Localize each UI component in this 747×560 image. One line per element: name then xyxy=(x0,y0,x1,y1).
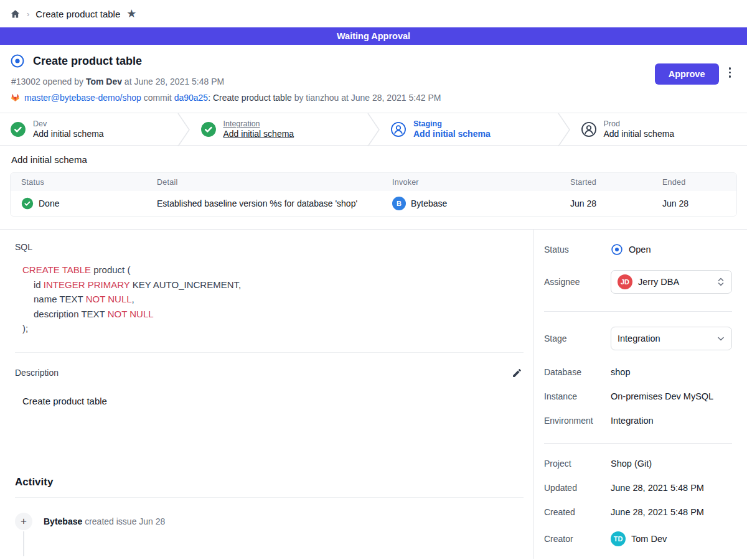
task-row[interactable]: Done Established baseline version %s for… xyxy=(11,191,736,216)
sidebar-row-database: Database shop xyxy=(544,367,732,377)
project-value: Shop (Git) xyxy=(611,459,652,469)
database-value: shop xyxy=(611,367,630,377)
stage-task-label: Add initial schema xyxy=(413,129,491,139)
stage-label: Stage xyxy=(544,334,611,343)
created-label: Created xyxy=(544,507,611,517)
stage-separator xyxy=(367,113,380,146)
issue-sidebar: Status Open Assignee JD Jerry DBA Stage xyxy=(533,230,747,559)
chevron-right-icon: › xyxy=(27,9,29,19)
avatar: TD xyxy=(611,531,626,546)
sidebar-row-project: Project Shop (Git) xyxy=(544,459,732,469)
vcs-commit-line: master@bytebase-demo/shop commit da90a25… xyxy=(10,92,441,103)
activity-actor: Bytebase xyxy=(44,516,82,526)
environment-value: Integration xyxy=(611,416,654,426)
check-circle-icon xyxy=(21,197,34,210)
column-invoker: Invoker xyxy=(382,178,560,187)
column-status: Status xyxy=(11,178,146,187)
sidebar-row-created: Created June 28, 2021 5:48 PM xyxy=(544,507,732,517)
plus-icon: + xyxy=(15,513,32,530)
avatar: JD xyxy=(618,274,632,289)
divider xyxy=(15,352,524,353)
activity-text: Bytebase created issue Jun 28 xyxy=(44,516,165,526)
edit-pencil-icon[interactable] xyxy=(510,366,524,380)
creator-label: Creator xyxy=(544,534,611,544)
task-status: Done xyxy=(39,198,59,208)
updated-label: Updated xyxy=(544,483,611,493)
assignee-select[interactable]: JD Jerry DBA xyxy=(611,270,732,294)
byline-suffix: at June 28, 2021 5:48 PM xyxy=(122,77,224,86)
activity-heading: Activity xyxy=(15,476,524,488)
divider xyxy=(544,443,732,444)
vcs-suffix: by tianzhou at June 28, 2021 5:42 PM xyxy=(292,93,441,103)
byline-author: Tom Dev xyxy=(86,77,122,86)
stage-env-label: Dev xyxy=(33,119,104,128)
vcs-hash-link[interactable]: da90a25 xyxy=(174,93,209,103)
sidebar-row-updated: Updated June 28, 2021 5:48 PM xyxy=(544,483,732,493)
sidebar-row-instance: Instance On-premises Dev MySQL xyxy=(544,391,732,401)
sidebar-row-status: Status Open xyxy=(544,243,732,256)
stage-select[interactable]: Integration xyxy=(611,327,732,350)
stage-task-label: Add initial schema xyxy=(33,129,104,139)
more-actions-icon[interactable] xyxy=(728,63,733,82)
approve-button[interactable]: Approve xyxy=(655,63,719,85)
environment-label: Environment xyxy=(544,416,611,426)
person-circle-icon xyxy=(581,121,597,138)
byline-prefix: #13002 opened by xyxy=(11,77,86,86)
task-section: Add initial schema Status Detail Invoker… xyxy=(0,146,747,229)
avatar: B xyxy=(392,197,406,210)
vcs-repo-link[interactable]: master@bytebase-demo/shop xyxy=(24,93,141,103)
stage-separator xyxy=(177,113,190,146)
stage-integration[interactable]: IntegrationAdd initial schema xyxy=(190,113,367,145)
task-started: Jun 28 xyxy=(560,198,652,208)
chevron-updown-icon xyxy=(716,277,725,287)
column-ended: Ended xyxy=(652,178,736,187)
pipeline-stage-bar: DevAdd initial schema IntegrationAdd ini… xyxy=(0,113,747,146)
task-table: Status Detail Invoker Started Ended Done… xyxy=(10,172,737,217)
issue-header-actions: Approve xyxy=(655,54,732,103)
stage-staging[interactable]: StagingAdd initial schema xyxy=(380,113,557,145)
vcs-colon: : xyxy=(208,93,213,103)
issue-header-left: Create product table #13002 opened by To… xyxy=(10,54,441,103)
check-circle-icon xyxy=(10,121,26,138)
updated-value: June 28, 2021 5:48 PM xyxy=(611,483,704,493)
instance-label: Instance xyxy=(544,391,611,401)
breadcrumb: › Create product table ★ xyxy=(0,0,747,27)
column-started: Started xyxy=(560,178,652,187)
stage-task-label[interactable]: Add initial schema xyxy=(223,129,294,139)
person-circle-icon xyxy=(390,121,406,138)
gitlab-icon xyxy=(10,92,21,103)
stage-dev[interactable]: DevAdd initial schema xyxy=(0,113,177,145)
chevron-down-icon xyxy=(716,334,725,343)
task-heading: Add initial schema xyxy=(10,154,737,165)
activity-date: Jun 28 xyxy=(139,516,165,526)
stage-prod[interactable]: ProdAdd initial schema xyxy=(571,113,747,145)
issue-main-panel: SQL CREATE TABLE product (id INTEGER PRI… xyxy=(0,230,533,559)
vcs-message: Create product table xyxy=(213,93,292,103)
instance-value: On-premises Dev MySQL xyxy=(611,391,713,401)
activity-action: created issue xyxy=(82,516,139,526)
sidebar-row-stage: Stage Integration xyxy=(544,327,732,350)
column-detail: Detail xyxy=(146,178,382,187)
description-label: Description xyxy=(15,368,59,378)
sidebar-row-creator: Creator TD Tom Dev xyxy=(544,531,732,546)
open-status-icon xyxy=(611,243,623,256)
stage-env-label[interactable]: Integration xyxy=(223,119,294,128)
check-circle-icon xyxy=(200,121,217,138)
issue-title: Create product table xyxy=(33,55,142,68)
stage-separator xyxy=(557,113,571,146)
sidebar-row-environment: Environment Integration xyxy=(544,416,732,426)
breadcrumb-title[interactable]: Create product table xyxy=(35,9,120,19)
home-icon[interactable] xyxy=(10,9,21,19)
task-table-header: Status Detail Invoker Started Ended xyxy=(11,173,736,191)
issue-open-icon xyxy=(10,54,25,68)
issue-byline: #13002 opened by Tom Dev at June 28, 202… xyxy=(11,77,441,86)
assignee-value: Jerry DBA xyxy=(638,277,711,287)
created-value: June 28, 2021 5:48 PM xyxy=(611,507,704,517)
task-detail: Established baseline version %s for data… xyxy=(146,198,382,208)
star-icon[interactable]: ★ xyxy=(126,8,136,19)
stage-env-label: Staging xyxy=(413,119,491,128)
description-text: Create product table xyxy=(22,396,524,406)
sql-code-block: CREATE TABLE product (id INTEGER PRIMARY… xyxy=(22,263,524,336)
activity-item: + Bytebase created issue Jun 28 xyxy=(15,513,524,530)
task-invoker: Bytebase xyxy=(411,198,447,208)
